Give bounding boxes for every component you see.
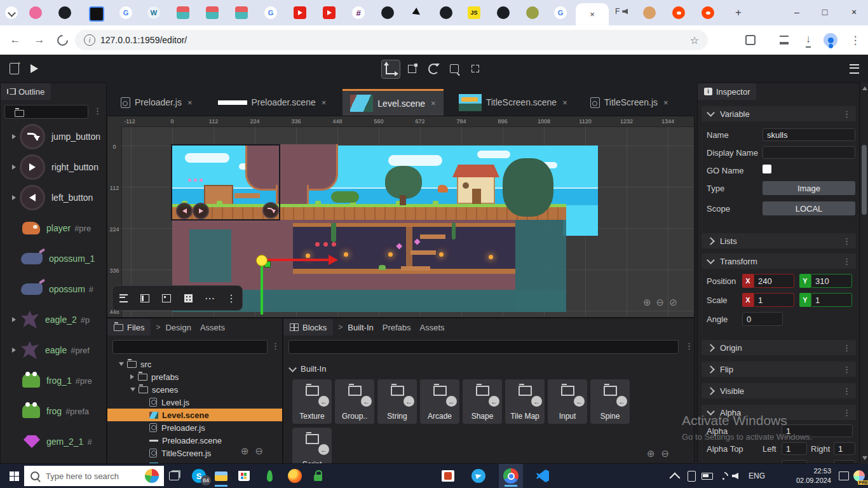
- pinned-tab-google-icon[interactable]: G: [554, 6, 567, 19]
- file-explorer-icon[interactable]: [214, 468, 229, 484]
- outline-item-left-button[interactable]: left_button: [1, 182, 106, 213]
- close-tab-icon[interactable]: ×: [562, 98, 567, 107]
- block-group[interactable]: ←Group..: [335, 379, 374, 424]
- zoom-reset-icon[interactable]: ⊘: [669, 297, 677, 308]
- files-crumb-design[interactable]: Design: [165, 323, 191, 332]
- file-row-prefabs[interactable]: prefabs: [107, 370, 283, 383]
- zoom-in-icon[interactable]: ⊕: [647, 448, 655, 459]
- profile-avatar[interactable]: [822, 31, 839, 49]
- inspector-scrollbar[interactable]: [860, 83, 868, 464]
- scrollbar-thumb[interactable]: [862, 145, 867, 215]
- pinned-tab-cursor-icon[interactable]: [410, 6, 423, 19]
- pinned-tab-youtube-icon[interactable]: [294, 6, 306, 19]
- level-left-button[interactable]: [176, 203, 193, 219]
- files-tab[interactable]: Files: [107, 319, 151, 336]
- block-texture[interactable]: ←Texture: [292, 379, 332, 424]
- pinned-tab-pixel-game-icon[interactable]: [177, 6, 189, 19]
- chrome-icon[interactable]: [503, 468, 519, 484]
- gizmo-origin-handle[interactable]: [256, 255, 268, 266]
- file-row-scenes[interactable]: scenes: [107, 383, 283, 396]
- chrome-menu-kebab-icon[interactable]: ⋮: [846, 31, 864, 49]
- section-variable[interactable]: Variable ⋮: [702, 106, 856, 121]
- dot-box-icon[interactable]: [161, 292, 172, 304]
- block-script[interactable]: ←Script: [292, 428, 332, 464]
- copilot-icon[interactable]: PRE: [851, 468, 867, 484]
- alpha-top-right-input[interactable]: [834, 442, 855, 455]
- downloads-icon[interactable]: ↓: [799, 31, 817, 49]
- telegram-icon[interactable]: [471, 468, 486, 484]
- zoom-out-icon[interactable]: ⊖: [656, 297, 665, 308]
- window-close-button[interactable]: ×: [840, 0, 868, 24]
- window-minimize-button[interactable]: –: [783, 0, 811, 24]
- zoom-in-icon[interactable]: ⊕: [643, 297, 651, 308]
- section-kebab-icon[interactable]: ⋮: [843, 408, 851, 417]
- section-visible[interactable]: Visible ⋮: [702, 383, 856, 398]
- forward-icon[interactable]: →: [31, 31, 48, 49]
- skype-icon[interactable]: S 84: [191, 468, 207, 484]
- outline-kebab-icon[interactable]: ⋮: [93, 106, 102, 116]
- tab-level-scene[interactable]: Level.scene ×: [342, 89, 443, 116]
- microsoft-store-icon[interactable]: [236, 468, 252, 484]
- block-string[interactable]: ←String: [377, 379, 417, 424]
- tab-titlescreen-js[interactable]: TitleScreen.js ×: [583, 89, 676, 116]
- close-tab-icon[interactable]: ×: [431, 98, 436, 108]
- battery-icon[interactable]: [702, 473, 713, 480]
- pinned-tab-wordpress-icon[interactable]: W: [147, 6, 160, 19]
- files-crumb-assets[interactable]: Assets: [200, 323, 225, 332]
- alpha-input[interactable]: [782, 424, 853, 437]
- firefox-icon[interactable]: [287, 468, 302, 484]
- pinned-tab-javascript-icon[interactable]: JS: [468, 6, 480, 19]
- volume-icon[interactable]: [732, 473, 738, 479]
- level-jump-button[interactable]: [262, 202, 279, 219]
- blocks-crumb-builtin[interactable]: Built-In: [348, 323, 373, 332]
- file-row-level-scene-selected[interactable]: Level.scene: [107, 409, 283, 421]
- move-tool-icon[interactable]: [381, 60, 400, 79]
- ellipsis-icon[interactable]: ⋯: [204, 292, 215, 304]
- reload-icon[interactable]: [53, 31, 71, 49]
- extensions-icon[interactable]: [742, 31, 759, 49]
- section-lists[interactable]: Lists ⋮: [702, 233, 856, 248]
- section-kebab-icon[interactable]: ⋮: [843, 343, 851, 353]
- notification-icon[interactable]: [839, 471, 849, 480]
- powerpoint-icon[interactable]: [440, 468, 456, 484]
- scale-x-input[interactable]: [754, 293, 794, 307]
- play-button[interactable]: [25, 60, 43, 78]
- file-row-titlescreen-scene[interactable]: TitleScreen.scene: [107, 459, 283, 464]
- block-tilemap[interactable]: ←Tile Map: [505, 379, 545, 424]
- close-tab-icon[interactable]: ×: [590, 10, 595, 19]
- name-input[interactable]: [763, 128, 855, 141]
- alpha-top-left-input[interactable]: [782, 442, 807, 455]
- position-y-input[interactable]: [811, 274, 852, 288]
- new-file-icon[interactable]: +: [5, 60, 23, 78]
- section-origin[interactable]: Origin ⋮: [702, 340, 856, 355]
- outline-item-frog-1[interactable]: frog_1 #pre: [1, 365, 106, 396]
- file-row-level-js[interactable]: Level.js: [107, 396, 283, 409]
- remote-lock-icon[interactable]: [310, 468, 325, 484]
- active-browser-tab[interactable]: ×: [576, 3, 609, 25]
- pinned-tab-paint-icon[interactable]: [643, 6, 656, 19]
- rotate-tool-icon[interactable]: [424, 60, 442, 78]
- bookmark-star-icon[interactable]: ☆: [690, 34, 699, 46]
- new-tab-button[interactable]: +: [731, 5, 746, 20]
- section-alpha[interactable]: Alpha ⋮: [702, 405, 856, 420]
- pinned-tab-slack-icon[interactable]: #: [352, 6, 365, 19]
- outline-item-player[interactable]: player #pre: [1, 213, 106, 243]
- phone-link-icon[interactable]: [688, 471, 696, 482]
- pinned-tab-github-icon[interactable]: [381, 6, 394, 19]
- block-shape[interactable]: ←Shape: [463, 379, 502, 424]
- zoom-region-tool-icon[interactable]: [445, 60, 463, 78]
- main-menu-hamburger-icon[interactable]: [845, 60, 863, 78]
- blocks-crumb-prefabs[interactable]: Prefabs: [383, 323, 411, 332]
- pinned-tab-reddit-icon[interactable]: [672, 6, 685, 19]
- level-right-button[interactable]: [193, 203, 209, 219]
- back-icon[interactable]: ←: [6, 31, 24, 49]
- position-x-input[interactable]: [754, 274, 794, 288]
- tray-chevron-icon[interactable]: [670, 473, 681, 484]
- section-transform[interactable]: Transform ⋮: [702, 254, 856, 269]
- mongodb-icon[interactable]: [262, 468, 277, 484]
- builtin-section-header[interactable]: Built-In: [290, 364, 326, 374]
- pinned-tab-github-icon[interactable]: [497, 6, 510, 19]
- pinned-tab-pixel-game-icon[interactable]: [206, 6, 219, 19]
- section-kebab-icon[interactable]: ⋮: [843, 109, 851, 119]
- outline-item-jump-button[interactable]: jump_button: [1, 121, 106, 152]
